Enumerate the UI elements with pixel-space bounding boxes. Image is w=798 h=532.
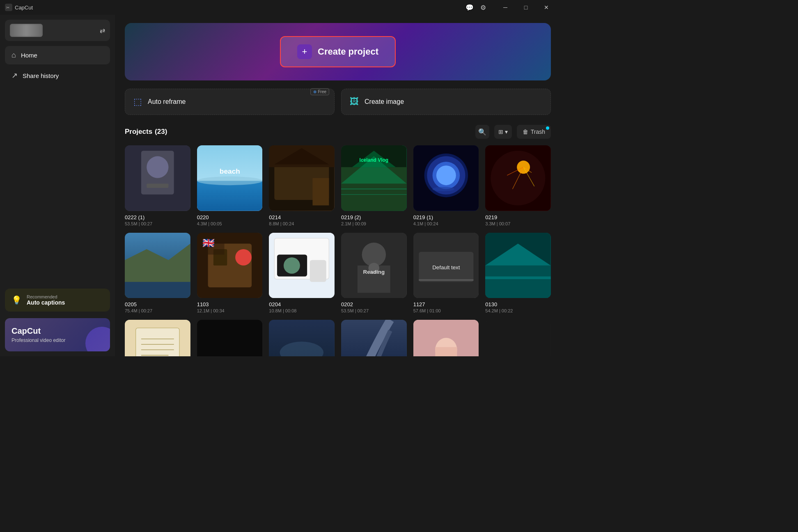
minimize-button[interactable]: ─ bbox=[496, 1, 515, 14]
recommended-text: Recommended Auto captions bbox=[27, 294, 65, 306]
free-label: Free bbox=[318, 89, 326, 94]
project-thumbnail bbox=[413, 145, 479, 211]
project-info: 0220 4.3M | 00:05 bbox=[197, 214, 263, 226]
free-badge: ⊕ Free bbox=[310, 88, 329, 95]
feature-row: ⊕ Free ⬚ Auto reframe 🖼 Create image bbox=[125, 89, 551, 115]
project-item[interactable]: 0130 54.2M | 00:22 bbox=[485, 233, 551, 314]
sidebar: ⇄ ⌂ Home ↗ Share history 💡 Recommended A… bbox=[0, 15, 115, 356]
create-image-label: Create image bbox=[365, 98, 404, 105]
svg-point-8 bbox=[197, 177, 263, 185]
project-item[interactable]: 0219 (1) 4.1M | 00:24 bbox=[413, 145, 479, 226]
project-item[interactable]: 0222 (1) 53.5M | 00:27 bbox=[125, 145, 190, 226]
maximize-button[interactable]: □ bbox=[516, 1, 535, 14]
project-item[interactable]: 0214 8.8M | 00:24 bbox=[269, 145, 335, 226]
capcut-promo[interactable]: CapCut Professional video editor bbox=[5, 318, 110, 351]
project-thumbnail: Iceland Vlog bbox=[341, 145, 407, 211]
project-item[interactable] bbox=[269, 320, 335, 356]
project-thumbnail: Default text bbox=[413, 233, 479, 298]
trash-button[interactable]: 🗑 Trash bbox=[517, 125, 551, 139]
project-thumbnail: 🇬🇧 bbox=[197, 233, 263, 298]
project-meta: 2.1M | 00:09 bbox=[341, 221, 407, 226]
project-item[interactable] bbox=[341, 320, 407, 356]
project-meta: 10.8M | 00:08 bbox=[269, 308, 335, 313]
avatar bbox=[10, 24, 43, 37]
projects-title-group: Projects (23) bbox=[125, 128, 167, 136]
project-item[interactable] bbox=[197, 320, 263, 356]
project-info: 0204 10.8M | 00:08 bbox=[269, 301, 335, 313]
project-item[interactable]: Iceland Vlog 0219 (2) 2.1M | 00:09 bbox=[341, 145, 407, 226]
project-thumbnail bbox=[485, 233, 551, 298]
sidebar-home-label: Home bbox=[21, 52, 37, 59]
hero-banner-inner: + Create project bbox=[125, 23, 551, 80]
trash-icon: 🗑 bbox=[523, 128, 528, 135]
capcut-logo-icon: ✂ bbox=[5, 4, 12, 11]
project-item[interactable]: 0205 75.4M | 00:27 bbox=[125, 233, 190, 314]
project-item[interactable] bbox=[413, 320, 479, 356]
auto-reframe-icon: ⬚ bbox=[133, 96, 142, 107]
project-item[interactable]: 0219 3.3M | 00:07 bbox=[485, 145, 551, 226]
project-name: 1127 bbox=[413, 301, 479, 307]
app-logo: ✂ CapCut bbox=[5, 4, 33, 11]
project-thumbnail: Reading bbox=[341, 233, 407, 298]
project-meta: 4.3M | 00:05 bbox=[197, 221, 263, 226]
sidebar-item-home[interactable]: ⌂ Home bbox=[5, 46, 110, 64]
svg-rect-7 bbox=[197, 181, 263, 211]
project-item[interactable]: rea rea bbox=[125, 320, 190, 356]
auto-captions-label: Auto captions bbox=[27, 299, 65, 306]
sidebar-share-label: Share history bbox=[23, 72, 59, 79]
project-info: 0219 (1) 4.1M | 00:24 bbox=[413, 214, 479, 226]
main-content: + Create project ⊕ Free ⬚ Auto reframe 🖼… bbox=[115, 15, 561, 356]
svg-point-48 bbox=[284, 257, 300, 274]
project-item[interactable]: Default text 1127 57.6M | 01:00 bbox=[413, 233, 479, 314]
search-button[interactable]: 🔍 bbox=[475, 125, 489, 139]
project-info: 0205 75.4M | 00:27 bbox=[125, 301, 190, 313]
svg-rect-49 bbox=[310, 260, 326, 282]
projects-actions: 🔍 ⊞ ▾ 🗑 Trash bbox=[475, 125, 551, 139]
svg-text:🇬🇧: 🇬🇧 bbox=[202, 237, 215, 249]
project-thumbnail bbox=[341, 320, 407, 356]
project-item[interactable]: 🇬🇧 1103 12.1M | 00:34 bbox=[197, 233, 263, 314]
project-name: 0219 (1) bbox=[413, 214, 479, 220]
titlebar-right: 💬 ⚙ ─ □ ✕ bbox=[466, 1, 556, 14]
view-toggle-button[interactable]: ⊞ ▾ bbox=[494, 125, 512, 139]
project-thumbnail bbox=[269, 233, 335, 298]
auto-reframe-button[interactable]: ⊕ Free ⬚ Auto reframe bbox=[125, 89, 335, 115]
svg-rect-62 bbox=[485, 276, 551, 279]
create-image-button[interactable]: 🖼 Create image bbox=[341, 89, 551, 115]
sidebar-item-share-history[interactable]: ↗ Share history bbox=[5, 66, 110, 85]
project-item[interactable]: 0204 10.8M | 00:08 bbox=[269, 233, 335, 314]
project-meta: 54.2M | 00:22 bbox=[485, 308, 551, 313]
chevron-down-icon: ▾ bbox=[505, 128, 508, 135]
project-thumbnail bbox=[125, 145, 190, 211]
project-thumbnail: rea bbox=[125, 320, 190, 356]
chat-icon[interactable]: 💬 bbox=[466, 4, 474, 11]
svg-rect-5 bbox=[147, 183, 168, 188]
project-meta: 8.8M | 00:24 bbox=[269, 221, 335, 226]
project-thumbnail bbox=[485, 145, 551, 211]
project-thumbnail bbox=[197, 320, 263, 356]
sidebar-profile[interactable]: ⇄ bbox=[5, 20, 110, 41]
recommended-card[interactable]: 💡 Recommended Auto captions bbox=[5, 289, 110, 312]
project-item[interactable]: Reading 0202 53.5M | 00:27 bbox=[341, 233, 407, 314]
close-button[interactable]: ✕ bbox=[537, 1, 556, 14]
project-name: 0130 bbox=[485, 301, 551, 307]
project-info: 0219 3.3M | 00:07 bbox=[485, 214, 551, 226]
titlebar: ✂ CapCut 💬 ⚙ ─ □ ✕ bbox=[0, 0, 561, 15]
project-meta: 53.5M | 00:27 bbox=[341, 308, 407, 313]
svg-rect-38 bbox=[125, 282, 190, 298]
project-meta: 75.4M | 00:27 bbox=[125, 308, 190, 313]
swap-icon[interactable]: ⇄ bbox=[100, 27, 105, 34]
create-project-button[interactable]: + Create project bbox=[280, 36, 396, 67]
auto-reframe-label: Auto reframe bbox=[148, 98, 186, 105]
svg-text:Reading: Reading bbox=[363, 268, 385, 275]
project-meta: 57.6M | 01:00 bbox=[413, 308, 479, 313]
svg-rect-60 bbox=[485, 266, 551, 298]
project-thumbnail: beach bbox=[197, 145, 263, 211]
project-name: 0219 (2) bbox=[341, 214, 407, 220]
project-item[interactable] bbox=[485, 320, 551, 356]
settings-icon[interactable]: ⚙ bbox=[480, 4, 486, 11]
titlebar-left: ✂ CapCut bbox=[5, 4, 33, 11]
project-item[interactable]: beach 0220 4.3M | 00:05 bbox=[197, 145, 263, 226]
create-image-icon: 🖼 bbox=[350, 96, 359, 107]
project-meta: 3.3M | 00:07 bbox=[485, 221, 551, 226]
